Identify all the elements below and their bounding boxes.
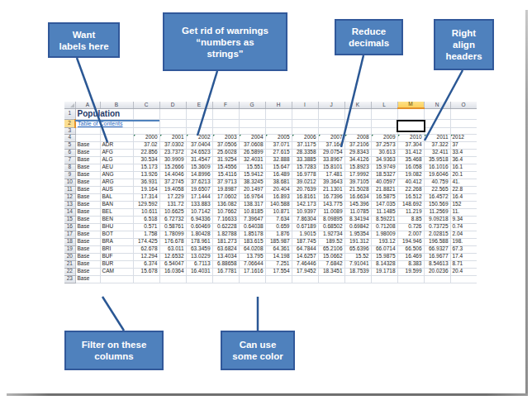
cell-country-code[interactable]: ARG <box>100 179 133 186</box>
cell-value[interactable]: 7.251 <box>265 260 292 268</box>
cell-value[interactable]: 37.6213 <box>186 179 212 186</box>
cell-value[interactable]: 11.2569 <box>424 208 450 216</box>
cell[interactable] <box>344 108 371 119</box>
cell-value[interactable]: 37.02 <box>133 141 159 149</box>
cell[interactable] <box>318 119 344 127</box>
cell-value[interactable]: 9.09218 <box>424 216 450 223</box>
cell-value[interactable]: 181.273 <box>212 238 239 245</box>
cell-value[interactable]: 33.8967 <box>318 156 344 164</box>
cell-value[interactable]: 10.8185 <box>239 208 265 216</box>
cell[interactable] <box>344 275 371 283</box>
cell-scenario[interactable]: Base <box>75 260 100 268</box>
cell-scenario[interactable]: Base <box>75 193 100 201</box>
cell[interactable] <box>159 108 186 119</box>
cell-value[interactable]: 16.9677 <box>424 253 450 260</box>
cell-value[interactable]: 0.64038 <box>239 223 265 231</box>
cell-value[interactable]: 16.4572 <box>424 193 450 201</box>
year-header-cell[interactable]: 2003 <box>212 134 239 141</box>
selected-cell-outline[interactable] <box>397 120 425 132</box>
column-header-L[interactable]: L <box>371 102 397 108</box>
cell-value[interactable]: 6.54047 <box>159 260 186 268</box>
cell[interactable] <box>212 119 239 127</box>
cell-value[interactable]: 8.383 <box>397 260 424 268</box>
cell-value[interactable]: 196.588 <box>424 238 450 245</box>
cell-value[interactable]: 8.54613 <box>424 260 450 268</box>
row-header-4[interactable]: 4 <box>64 134 75 141</box>
cell[interactable] <box>133 127 159 134</box>
cell[interactable] <box>292 108 318 119</box>
column-header-N[interactable]: N <box>424 102 450 108</box>
cell[interactable] <box>424 119 450 127</box>
cell-value[interactable]: 1.82788 <box>212 231 239 238</box>
cell-value[interactable]: 15.8101 <box>318 164 344 171</box>
cell-value[interactable]: 22.268 <box>397 186 424 193</box>
cell-value[interactable]: 15.3609 <box>186 164 212 171</box>
cell-value[interactable]: 17.1616 <box>239 268 265 275</box>
cell-value[interactable]: 19.082 <box>397 171 424 179</box>
column-header-E[interactable]: E <box>186 102 212 108</box>
cell-value[interactable]: 17.9452 <box>292 268 318 275</box>
cell-country-code[interactable]: BAN <box>100 201 133 208</box>
cell-value[interactable]: 34.9363 <box>371 156 397 164</box>
cell-value[interactable]: 36.931 <box>133 179 159 186</box>
cell-scenario[interactable]: Base <box>75 179 100 186</box>
cell[interactable] <box>212 275 239 283</box>
cell[interactable] <box>318 275 344 283</box>
cell[interactable] <box>186 275 212 283</box>
cell-value[interactable]: 32.411 <box>424 149 450 156</box>
cell-value[interactable]: 31.4547 <box>186 156 212 164</box>
cell-value[interactable]: 16.058 <box>397 164 424 171</box>
cell-value[interactable]: 174.425 <box>133 238 159 245</box>
column-header-O[interactable]: O <box>450 102 477 108</box>
cell-value[interactable]: 39.7105 <box>344 179 371 186</box>
cell-value[interactable]: 21.8821 <box>371 186 397 193</box>
cell[interactable] <box>318 127 344 134</box>
cell-value[interactable]: 22.565 <box>424 186 450 193</box>
cell-value[interactable]: 11.219 <box>397 208 424 216</box>
cell-country-code[interactable]: ANG <box>100 171 133 179</box>
cell-value[interactable]: 65.2106 <box>318 245 344 253</box>
cell-value[interactable]: 142.173 <box>292 201 318 208</box>
cell-value[interactable]: 1.876 <box>265 231 292 238</box>
cell-scenario[interactable]: Base <box>75 186 100 193</box>
cell-value[interactable]: 16.9764 <box>239 193 265 201</box>
cell-value[interactable]: 140.588 <box>265 201 292 208</box>
cell-value[interactable]: 17.481 <box>318 171 344 179</box>
row-header-10[interactable]: 10 <box>64 179 75 186</box>
cell-value[interactable]: 20.404 <box>265 186 292 193</box>
cell-value[interactable]: 23.7372 <box>159 149 186 156</box>
cell-value-clipped[interactable]: 11. <box>450 208 477 216</box>
cell-value[interactable]: 19.1718 <box>371 268 397 275</box>
cell[interactable] <box>292 275 318 283</box>
cell-value[interactable]: 15.52 <box>344 253 371 260</box>
cell-value[interactable]: 15.551 <box>239 164 265 171</box>
cell-value[interactable]: 27.615 <box>265 149 292 156</box>
cell-value-clipped[interactable]: 16.1 <box>450 164 477 171</box>
cell-value[interactable]: 38.3245 <box>239 179 265 186</box>
cell-value[interactable]: 38.681 <box>265 179 292 186</box>
cell-value[interactable]: 15.7283 <box>292 164 318 171</box>
year-header-cell[interactable]: 2004 <box>239 134 265 141</box>
cell-value[interactable]: 147.035 <box>371 201 397 208</box>
cell-scenario[interactable]: Base <box>75 141 100 149</box>
cell-value[interactable]: 37.9713 <box>212 179 239 186</box>
row-header-13[interactable]: 13 <box>64 201 75 208</box>
cell-value[interactable]: 30.9909 <box>159 156 186 164</box>
cell-value[interactable]: 15.4116 <box>212 171 239 179</box>
cell-value[interactable]: 16.7396 <box>318 193 344 201</box>
cell-value[interactable]: 22.856 <box>133 149 159 156</box>
cell-value[interactable]: 30.613 <box>371 149 397 156</box>
cell-value[interactable]: 6.72732 <box>159 216 186 223</box>
cell-scenario[interactable]: Base <box>75 275 100 283</box>
cell-value[interactable]: 2.007 <box>397 231 424 238</box>
cell-value[interactable]: 16.489 <box>265 171 292 179</box>
cell-scenario[interactable]: Base <box>75 223 100 231</box>
cell-value[interactable]: 16.893 <box>265 193 292 201</box>
column-header-D[interactable]: D <box>159 102 186 108</box>
cell-value[interactable]: 12.294 <box>133 253 159 260</box>
cell-value[interactable]: 17.1444 <box>186 193 212 201</box>
cell-value[interactable]: 8.59221 <box>371 216 397 223</box>
cell-value[interactable]: 32.4031 <box>239 156 265 164</box>
cell-value[interactable]: 34.4126 <box>344 156 371 164</box>
cell-value[interactable]: 178.961 <box>186 238 212 245</box>
